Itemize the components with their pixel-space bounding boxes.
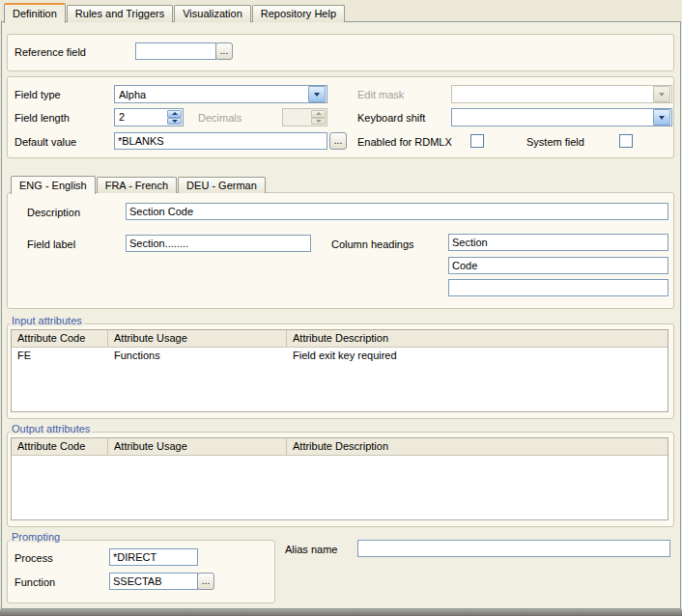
- field-definition-window: Definition Rules and Triggers Visualizat…: [0, 0, 682, 616]
- tab-repository-help[interactable]: Repository Help: [252, 5, 345, 22]
- tab-rules-and-triggers[interactable]: Rules and Triggers: [67, 5, 173, 22]
- field-length-spinner[interactable]: 2: [114, 108, 184, 126]
- description-input[interactable]: [126, 203, 668, 220]
- tab-definition[interactable]: Definition: [4, 3, 66, 23]
- default-value-browse-button[interactable]: ...: [329, 132, 347, 150]
- field-type-combobox[interactable]: Alpha: [114, 85, 327, 103]
- function-label: Function: [14, 576, 55, 588]
- process-input[interactable]: [109, 548, 198, 566]
- table-row[interactable]: FE Functions Field exit key required: [12, 348, 668, 364]
- field-length-label: Field length: [14, 112, 70, 124]
- field-type-value: Alpha: [115, 89, 307, 100]
- window-resize-edge[interactable]: [0, 609, 682, 616]
- column-heading-1-input[interactable]: [448, 234, 668, 251]
- keyboard-shift-label: Keyboard shift: [357, 112, 425, 124]
- column-heading-2-input[interactable]: [448, 257, 668, 274]
- tab-eng-english[interactable]: ENG - English: [11, 176, 96, 194]
- reference-field-label: Reference field: [14, 46, 86, 58]
- output-attributes-title: Output attributes: [10, 423, 92, 434]
- keyboard-shift-combobox[interactable]: [451, 108, 672, 126]
- spin-down-icon[interactable]: [167, 118, 182, 126]
- input-attributes-title: Input attributes: [10, 315, 84, 326]
- column-header-attribute-code[interactable]: Attribute Code: [12, 330, 108, 347]
- field-type-label: Field type: [14, 89, 61, 100]
- chevron-down-icon[interactable]: [308, 86, 326, 102]
- default-value-label: Default value: [14, 136, 76, 148]
- edit-mask-combobox: [451, 85, 672, 103]
- spin-down-icon: [311, 118, 326, 126]
- column-header-attribute-description[interactable]: Attribute Description: [287, 330, 668, 347]
- decimals-value: [283, 109, 310, 126]
- language-tab-strip: ENG - English FRA - French DEU - German: [11, 175, 266, 193]
- spin-up-icon[interactable]: [167, 110, 182, 118]
- alias-name-label: Alias name: [285, 544, 337, 555]
- reference-field-group: [7, 34, 674, 71]
- column-header-attribute-usage[interactable]: Attribute Usage: [108, 438, 287, 455]
- rdmlx-checkbox[interactable]: [470, 134, 484, 148]
- default-value-input[interactable]: [114, 132, 327, 150]
- system-field-checkbox[interactable]: [619, 134, 633, 148]
- function-input[interactable]: [109, 573, 198, 590]
- description-label: Description: [27, 207, 80, 218]
- tab-fra-french[interactable]: FRA - French: [97, 177, 177, 193]
- alias-name-input[interactable]: [357, 540, 670, 557]
- column-heading-3-input[interactable]: [448, 279, 668, 296]
- field-label-label: Field label: [27, 238, 75, 250]
- column-header-attribute-code[interactable]: Attribute Code: [12, 438, 108, 455]
- reference-field-browse-button[interactable]: ...: [215, 42, 233, 60]
- column-header-attribute-description[interactable]: Attribute Description: [287, 438, 668, 455]
- process-label: Process: [14, 552, 53, 564]
- field-label-input[interactable]: [126, 235, 311, 252]
- column-headings-label: Column headings: [331, 238, 414, 250]
- cell-attribute-code: FE: [12, 348, 108, 364]
- decimals-spinner: [282, 108, 327, 126]
- output-attributes-table[interactable]: Attribute Code Attribute Usage Attribute…: [11, 437, 668, 520]
- rdmlx-label: Enabled for RDMLX: [357, 136, 452, 148]
- tab-deu-german[interactable]: DEU - German: [178, 177, 266, 193]
- edit-mask-label: Edit mask: [357, 89, 404, 100]
- spin-up-icon: [311, 110, 326, 118]
- table-header-row: Attribute Code Attribute Usage Attribute…: [12, 438, 668, 456]
- chevron-down-icon: [653, 86, 670, 102]
- reference-field-input[interactable]: [135, 42, 216, 60]
- column-header-attribute-usage[interactable]: Attribute Usage: [108, 330, 287, 347]
- chevron-down-icon[interactable]: [653, 109, 670, 126]
- function-browse-button[interactable]: ...: [197, 573, 214, 590]
- cell-attribute-usage: Functions: [108, 348, 287, 364]
- cell-attribute-description: Field exit key required: [287, 348, 668, 364]
- input-attributes-table[interactable]: Attribute Code Attribute Usage Attribute…: [11, 329, 668, 412]
- system-field-label: System field: [526, 136, 584, 148]
- field-length-value: 2: [115, 109, 166, 126]
- table-header-row: Attribute Code Attribute Usage Attribute…: [12, 330, 668, 348]
- prompting-title: Prompting: [10, 531, 62, 543]
- decimals-label: Decimals: [198, 112, 242, 124]
- tab-visualization[interactable]: Visualization: [174, 5, 251, 22]
- main-tab-strip: Definition Rules and Triggers Visualizat…: [4, 3, 345, 22]
